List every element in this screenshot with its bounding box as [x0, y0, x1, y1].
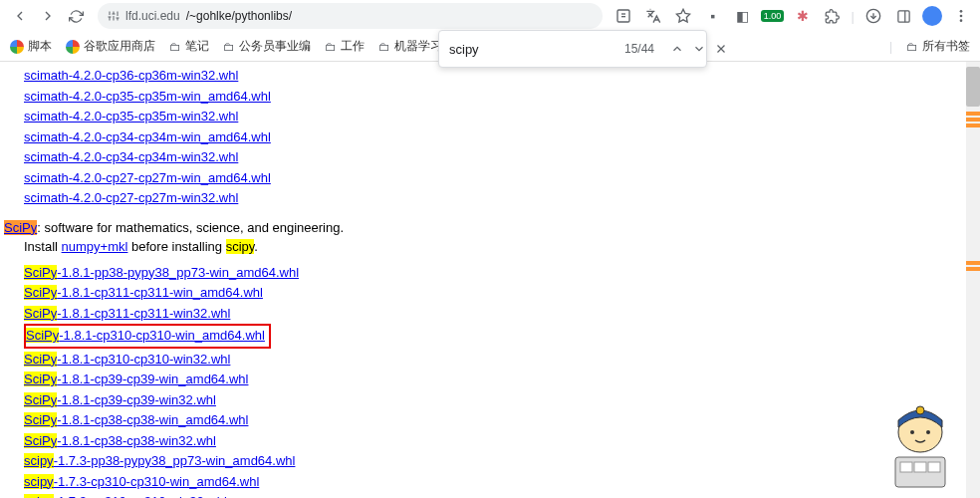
scrollbar[interactable] [966, 62, 980, 498]
url-path: /~gohlke/pythonlibs/ [186, 9, 292, 23]
download-link[interactable]: scimath-4.2.0-cp34-cp34m-win_amd64.whl [24, 129, 271, 144]
reader-icon[interactable] [612, 5, 634, 27]
ext-badge[interactable]: 1.00 [762, 5, 784, 27]
download-link[interactable]: SciPy-1.8.1-cp311-cp311-win_amd64.whl [24, 285, 263, 300]
bookmark-folder[interactable]: 🗀机器学习 [378, 38, 442, 55]
download-link[interactable]: SciPy-1.8.1-cp38-cp38-win32.whl [24, 433, 216, 448]
bookmark-star-icon[interactable] [672, 5, 694, 27]
bookmark-folder[interactable]: 🗀公务员事业编 [223, 38, 311, 55]
bookmark-item[interactable]: 谷歌应用商店 [66, 38, 155, 55]
svg-rect-27 [900, 462, 912, 472]
svg-point-24 [910, 430, 914, 434]
address-bar[interactable]: lfd.uci.edu/~gohlke/pythonlibs/ [98, 3, 603, 29]
bookmark-item[interactable]: 脚本 [10, 38, 52, 55]
browser-toolbar: lfd.uci.edu/~gohlke/pythonlibs/ ▪ ◧ 1.00… [0, 0, 980, 32]
svg-point-18 [960, 15, 963, 18]
toolbar-actions: ▪ ◧ 1.00 ✱ | [612, 5, 972, 27]
download-link[interactable]: scipy-1.7.3-cp310-cp310-win32.whl [24, 494, 227, 498]
svg-rect-15 [897, 10, 908, 21]
download-link[interactable]: scipy-1.7.3-cp310-cp310-win_amd64.whl [24, 474, 259, 489]
forward-button[interactable] [36, 4, 60, 28]
url-domain: lfd.uci.edu [125, 9, 180, 23]
svg-point-23 [916, 406, 924, 414]
translate-icon[interactable] [642, 5, 664, 27]
download-link[interactable]: SciPy-1.8.1-cp39-cp39-win32.whl [24, 392, 216, 407]
svg-point-17 [960, 10, 963, 13]
reload-button[interactable] [64, 4, 88, 28]
scipy-title-link[interactable]: SciPy [4, 220, 37, 235]
svg-point-25 [926, 430, 930, 434]
all-bookmarks[interactable]: 🗀所有书签 [906, 38, 970, 55]
svg-rect-29 [928, 462, 940, 472]
find-next-button[interactable] [692, 39, 706, 59]
find-close-button[interactable] [714, 39, 728, 59]
scipy-heading: SciPy: software for mathematics, science… [4, 218, 980, 238]
download-link[interactable]: SciPy-1.8.1-cp310-cp310-win32.whl [24, 352, 230, 367]
site-settings-icon [108, 10, 120, 22]
menu-icon[interactable] [950, 5, 972, 27]
ext-icon-2[interactable]: ◧ [732, 5, 754, 27]
svg-marker-12 [676, 9, 689, 22]
bookmark-folder[interactable]: 🗀工作 [325, 38, 365, 55]
back-button[interactable] [8, 4, 32, 28]
download-link[interactable]: scimath-4.2.0-cp27-cp27m-win_amd64.whl [24, 170, 271, 185]
download-link[interactable]: SciPy-1.8.1-cp38-cp38-win_amd64.whl [24, 412, 248, 427]
cartoon-assistant-icon [880, 402, 960, 492]
extensions-icon[interactable] [822, 5, 844, 27]
download-icon[interactable] [862, 5, 884, 27]
download-link[interactable]: scimath-4.2.0-cp35-cp35m-win32.whl [24, 109, 238, 124]
find-count: 15/44 [624, 42, 654, 56]
find-prev-button[interactable] [670, 39, 684, 59]
panel-icon[interactable] [892, 5, 914, 27]
download-link[interactable]: scimath-4.2.0-cp34-cp34m-win32.whl [24, 149, 238, 164]
profile-avatar[interactable] [922, 6, 942, 26]
download-link[interactable]: SciPy-1.8.1-cp310-cp310-win_amd64.whl [26, 328, 265, 343]
ext-icon-1[interactable]: ▪ [702, 5, 724, 27]
bookmark-folder[interactable]: 🗀笔记 [169, 38, 209, 55]
download-link[interactable]: scimath-4.2.0-cp35-cp35m-win_amd64.whl [24, 89, 271, 104]
find-input[interactable] [449, 42, 616, 57]
scipy-install-note: Install numpy+mkl before installing scip… [24, 237, 980, 257]
download-link[interactable]: SciPy-1.8.1-cp39-cp39-win_amd64.whl [24, 372, 248, 386]
page-content: scimath-4.2.0-cp36-cp36m-win32.whlscimat… [0, 62, 980, 498]
download-link[interactable]: scimath-4.2.0-cp27-cp27m-win32.whl [24, 190, 238, 205]
scrollbar-thumb[interactable] [966, 67, 980, 107]
download-link[interactable]: SciPy-1.8.1-pp38-pypy38_pp73-win_amd64.w… [24, 265, 299, 280]
svg-rect-28 [914, 462, 926, 472]
find-in-page-bar: 15/44 [438, 30, 707, 68]
ext-icon-globe[interactable]: ✱ [792, 5, 814, 27]
numpy-mkl-link[interactable]: numpy+mkl [62, 239, 128, 254]
download-link[interactable]: SciPy-1.8.1-cp311-cp311-win32.whl [24, 306, 230, 321]
download-link[interactable]: scipy-1.7.3-pp38-pypy38_pp73-win_amd64.w… [24, 453, 295, 468]
svg-point-19 [960, 19, 963, 22]
download-link[interactable]: scimath-4.2.0-cp36-cp36m-win32.whl [24, 68, 238, 83]
